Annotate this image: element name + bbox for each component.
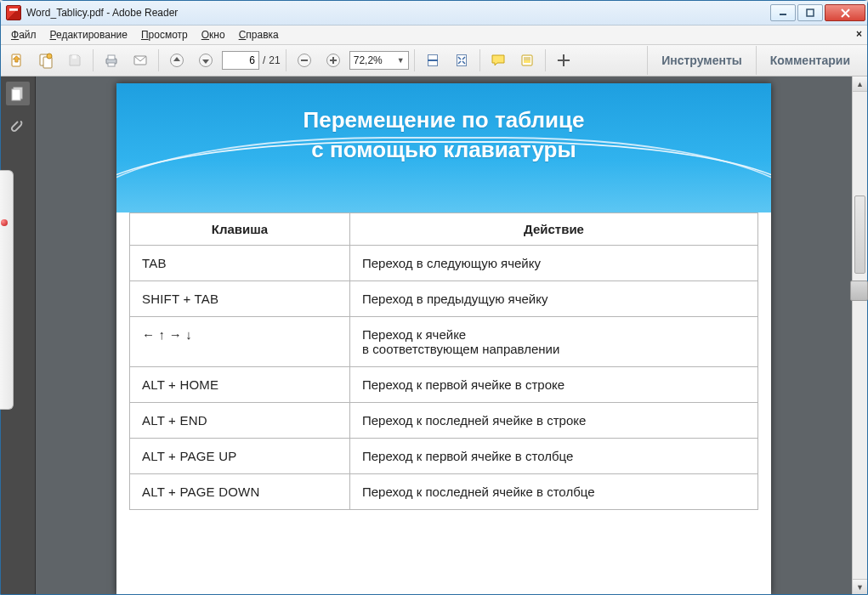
document-viewer[interactable]: Перемещение по таблице с помощью клавиат… (36, 76, 852, 594)
cell-key: TAB (130, 246, 350, 281)
email-icon[interactable] (128, 48, 153, 73)
svg-rect-1 (807, 9, 814, 16)
print-icon[interactable] (99, 48, 124, 73)
attachments-icon[interactable] (6, 114, 30, 138)
menubar: Файл Редактирование Просмотр Окно Справк… (1, 26, 867, 45)
scroll-thumb[interactable] (854, 196, 865, 274)
menu-file[interactable]: Файл (4, 27, 43, 42)
comments-panel-button[interactable]: Комментарии (756, 46, 864, 75)
page-indicator: / 21 (222, 51, 281, 70)
cell-key: SHIFT + TAB (130, 281, 350, 317)
table-row: ALT + HOMEПереход к первой ячейке в стро… (130, 367, 758, 403)
page-separator: / (263, 54, 265, 66)
scroll-down-icon[interactable]: ▼ (853, 579, 867, 594)
svg-rect-19 (332, 57, 334, 64)
app-window: Word_Tablicy.pdf - Adobe Reader Файл Ред… (0, 0, 868, 595)
save-icon[interactable] (62, 48, 88, 73)
cell-key: ← ↑ → ↓ (130, 317, 350, 367)
page-up-icon[interactable] (164, 48, 190, 73)
zoom-in-icon[interactable] (321, 48, 346, 73)
comment-bubble-icon[interactable] (485, 48, 511, 73)
menu-edit[interactable]: Редактирование (43, 27, 134, 42)
menu-help[interactable]: Справка (232, 27, 286, 42)
svg-rect-24 (524, 60, 530, 63)
page-down-icon[interactable] (193, 48, 218, 73)
window-title: Word_Tablicy.pdf - Adobe Reader (26, 7, 178, 19)
table-row: ALT + PAGE DOWNПереход к последней ячейк… (130, 474, 758, 510)
menubar-close-icon[interactable]: × (856, 28, 862, 40)
cell-action: Переход в следующую ячейку (350, 246, 758, 281)
svg-rect-22 (457, 55, 466, 66)
cell-key: ALT + PAGE DOWN (130, 474, 350, 510)
slide-header: Перемещение по таблице с помощью клавиат… (116, 83, 771, 212)
minimize-button[interactable] (770, 4, 796, 21)
page-total: 21 (269, 54, 280, 66)
titlebar: Word_Tablicy.pdf - Adobe Reader (1, 1, 867, 26)
scroll-up-icon[interactable]: ▲ (853, 76, 867, 92)
highlight-icon[interactable] (514, 48, 540, 73)
cell-action: Переход к ячейкев соответствующем направ… (350, 317, 758, 367)
scroll-grip[interactable] (850, 280, 868, 301)
cell-action: Переход к первой ячейке в строке (350, 367, 758, 403)
svg-point-7 (47, 54, 52, 59)
zoom-value: 72,2% (354, 54, 383, 66)
table-row: ALT + PAGE UPПереход к первой ячейке в с… (130, 439, 758, 474)
cell-key: ALT + END (130, 403, 350, 439)
read-mode-icon[interactable] (551, 48, 576, 73)
svg-rect-10 (108, 55, 115, 60)
table-row: SHIFT + TABПереход в предыдущую ячейку (130, 281, 758, 317)
fit-page-icon[interactable] (449, 48, 474, 73)
svg-rect-16 (301, 60, 308, 61)
table-row: TABПереход в следующую ячейку (130, 246, 758, 281)
create-pdf-icon[interactable] (33, 48, 59, 73)
svg-rect-26 (12, 89, 20, 100)
cell-key: ALT + PAGE UP (130, 439, 350, 474)
menu-window[interactable]: Окно (195, 27, 232, 42)
tools-panel-button[interactable]: Инструменты (647, 46, 756, 75)
zoom-out-icon[interactable] (292, 48, 317, 73)
navigation-pane (1, 76, 36, 594)
vertical-scrollbar[interactable]: ▲ ▼ (852, 76, 867, 594)
menu-view[interactable]: Просмотр (134, 27, 195, 42)
svg-rect-11 (108, 63, 115, 66)
window-buttons (769, 4, 865, 21)
pdf-page: Перемещение по таблице с помощью клавиат… (116, 83, 771, 594)
cell-action: Переход в предыдущую ячейку (350, 281, 758, 317)
collapsed-toolbox-handle[interactable] (0, 170, 13, 408)
table-row: ALT + ENDПереход к последней ячейке в ст… (130, 403, 758, 439)
cell-action: Переход к последней ячейке в столбце (350, 474, 758, 510)
svg-rect-8 (72, 55, 77, 59)
maximize-button[interactable] (797, 4, 823, 21)
zoom-dropdown[interactable]: 72,2% ▼ (349, 51, 409, 70)
chevron-down-icon: ▼ (397, 56, 405, 65)
col-key: Клавиша (130, 213, 350, 246)
cell-action: Переход к последней ячейке в строке (350, 403, 758, 439)
table-row: ← ↑ → ↓Переход к ячейкев соответствующем… (130, 317, 758, 367)
cell-key: ALT + HOME (130, 367, 350, 403)
close-button[interactable] (825, 4, 865, 21)
shortcuts-table: Клавиша Действие TABПереход в следующую … (129, 212, 758, 510)
export-pdf-icon[interactable] (4, 48, 30, 73)
col-action: Действие (350, 213, 758, 246)
thumbnails-icon[interactable] (6, 82, 30, 105)
cell-action: Переход к первой ячейке в столбце (350, 439, 758, 474)
fit-width-icon[interactable] (420, 48, 445, 73)
page-number-input[interactable] (222, 51, 259, 70)
toolbar: / 21 72,2% ▼ (1, 45, 867, 76)
adobe-reader-icon (6, 5, 21, 20)
workspace: Перемещение по таблице с помощью клавиат… (1, 76, 867, 594)
